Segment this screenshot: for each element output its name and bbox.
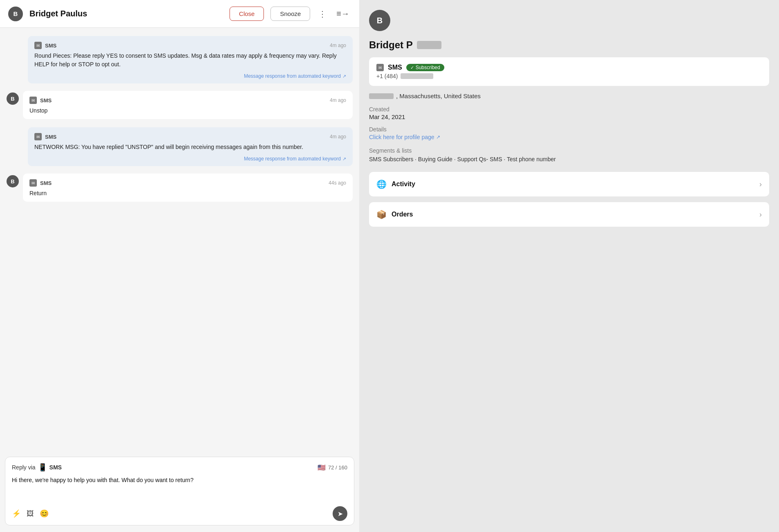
contact-name-header: Bridget Paulus xyxy=(29,9,223,18)
location-row: , Massachusetts, United States xyxy=(369,92,769,99)
conversation-header: B Bridget Paulus Close Snooze ⋮ ≡→ xyxy=(0,0,359,28)
contact-full-name: Bridget P xyxy=(369,39,769,51)
sms-icon-2: ✉ xyxy=(29,97,37,104)
menu-button[interactable]: ≡→ xyxy=(335,7,351,20)
created-date: Mar 24, 2021 xyxy=(369,113,769,120)
sms-icon-1: ✉ xyxy=(34,42,42,49)
segments-section: Segments & lists SMS Subscribers · Buyin… xyxy=(369,147,769,164)
msg-channel-4: SMS xyxy=(40,180,52,186)
msg-body-3: NETWORK MSG: You have replied "UNSTOP" a… xyxy=(34,143,346,151)
message-2: ✉ SMS 4m ago Unstop xyxy=(23,91,353,119)
sms-icon-3: ✉ xyxy=(34,133,42,140)
msg-channel-2: SMS xyxy=(40,97,52,104)
messages-area: ✉ SMS 4m ago Round Pieces: Please reply … xyxy=(0,28,359,453)
message-3: ✉ SMS 4m ago NETWORK MSG: You have repli… xyxy=(28,127,353,166)
sms-info-card: ✉ SMS Subscribed +1 (484) xyxy=(369,57,769,86)
msg-time-3: 4m ago xyxy=(330,134,346,140)
msg-time-4: 44s ago xyxy=(329,180,346,186)
msg-body-4: Return xyxy=(29,189,346,198)
orders-icon: 📦 xyxy=(376,210,387,219)
reply-via-label: Reply via 📱 SMS xyxy=(12,463,62,472)
activity-card[interactable]: 🌐 Activity › xyxy=(369,172,769,196)
sms-channel-label: SMS xyxy=(388,64,402,71)
msg-avatar-4: B xyxy=(7,175,19,187)
sms-card-icon: ✉ xyxy=(376,64,384,71)
message-row-4: B ✉ SMS 44s ago Return xyxy=(7,174,353,209)
snooze-button[interactable]: Snooze xyxy=(270,7,310,21)
msg-avatar-2: B xyxy=(7,92,19,105)
close-button[interactable]: Close xyxy=(230,7,264,21)
message-row-2: B ✉ SMS 4m ago Unstop xyxy=(7,91,353,126)
subscribed-badge: Subscribed xyxy=(406,64,444,71)
orders-card[interactable]: 📦 Orders › xyxy=(369,202,769,227)
orders-label: Orders xyxy=(392,211,754,218)
more-options-button[interactable]: ⋮ xyxy=(317,7,328,20)
activity-label: Activity xyxy=(392,180,754,188)
segments-text: SMS Subscribers · Buying Guide · Support… xyxy=(369,155,769,164)
msg-time-2: 4m ago xyxy=(330,97,346,103)
reply-toolbar: ⚡ 🖼 😊 ➤ xyxy=(12,506,347,521)
contact-avatar: B xyxy=(369,10,390,31)
msg-time-1: 4m ago xyxy=(330,43,346,48)
right-panel: B Bridget P ✉ SMS Subscribed +1 (484) , … xyxy=(359,0,779,532)
send-button[interactable]: ➤ xyxy=(333,506,347,521)
message-1: ✉ SMS 4m ago Round Pieces: Please reply … xyxy=(28,36,353,83)
activity-chevron: › xyxy=(759,180,762,189)
created-label: Created xyxy=(369,106,769,113)
segments-label: Segments & lists xyxy=(369,147,769,154)
orders-chevron: › xyxy=(759,210,762,219)
image-button[interactable]: 🖼 xyxy=(27,509,34,518)
contact-header: B xyxy=(369,10,769,31)
phone-blur xyxy=(401,73,433,79)
profile-page-link[interactable]: Click here for profile page xyxy=(369,134,440,140)
reply-box: Reply via 📱 SMS 🇺🇸 72 / 160 Hi there, we… xyxy=(5,457,354,525)
msg-footer-link-3[interactable]: Message response from automated keyword xyxy=(244,156,346,162)
lightning-button[interactable]: ⚡ xyxy=(12,509,21,518)
msg-footer-link-1[interactable]: Message response from automated keyword xyxy=(244,73,346,79)
location-blur xyxy=(369,93,394,99)
details-label: Details xyxy=(369,126,769,133)
phone-row: +1 (484) xyxy=(376,73,762,79)
sms-icon-4: ✉ xyxy=(29,179,37,187)
emoji-button[interactable]: 😊 xyxy=(40,509,49,518)
msg-body-2: Unstop xyxy=(29,106,346,115)
char-count: 🇺🇸 72 / 160 xyxy=(317,464,347,471)
message-4: ✉ SMS 44s ago Return xyxy=(23,174,353,202)
activity-icon: 🌐 xyxy=(376,179,387,189)
created-section: Created Mar 24, 2021 xyxy=(369,106,769,120)
name-blur xyxy=(417,41,441,49)
msg-channel-1: SMS xyxy=(45,43,56,49)
header-avatar: B xyxy=(8,7,23,21)
msg-body-1: Round Pieces: Please reply YES to consen… xyxy=(34,52,346,69)
msg-channel-3: SMS xyxy=(45,134,56,140)
details-section: Details Click here for profile page xyxy=(369,126,769,141)
reply-input[interactable]: Hi there, we're happy to help you with t… xyxy=(12,476,347,500)
